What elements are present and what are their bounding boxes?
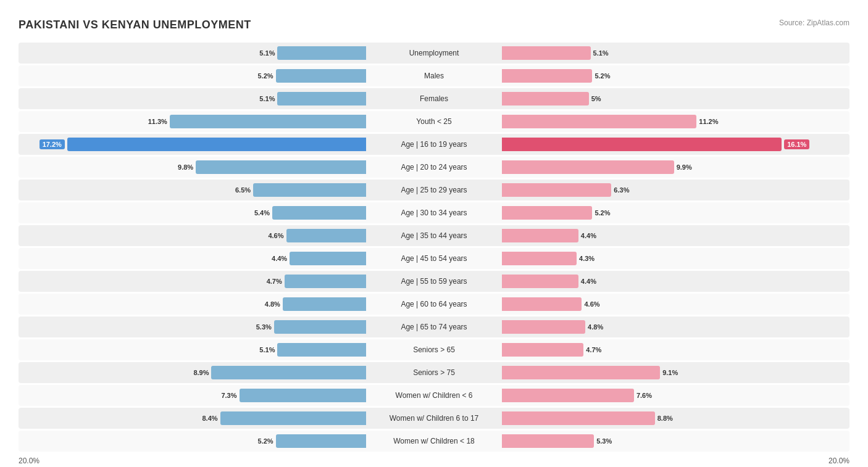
chart-container: PAKISTANI VS KENYAN UNEMPLOYMENT Source:… [19,12,849,467]
chart-row: 5.1%Unemployment5.1% [19,43,849,64]
row-label: Males [366,72,502,80]
val-right: 9.1% [662,369,678,376]
val-right: 11.2% [699,118,718,125]
val-right: 4.7% [586,346,601,353]
val-right: 6.3% [614,186,629,194]
row-label: Women w/ Children < 6 [366,391,502,400]
val-right: 5% [591,95,601,102]
chart-row: 5.1%Females5% [19,88,849,109]
left-section: 4.6% [19,225,366,246]
val-left: 4.4% [272,255,287,262]
chart-row: 5.2%Males5.2% [19,65,849,86]
val-left: 4.7% [267,278,282,285]
val-left: 5.1% [259,346,275,353]
val-left: 6.5% [235,186,251,194]
bar-right [502,92,589,105]
chart-row: 6.5%Age | 25 to 29 years6.3% [19,180,849,200]
row-label: Age | 16 to 19 years [366,140,502,149]
val-left: 9.8% [178,163,193,171]
bar-right [502,434,594,448]
chart-row: 5.3%Age | 65 to 74 years4.8% [19,316,849,337]
right-section: 8.8% [502,408,849,429]
chart-body: 5.1%Unemployment5.1%5.2%Males5.2%5.1%Fem… [19,43,849,452]
val-left: 17.2% [40,139,65,149]
val-right: 4.8% [588,323,603,331]
row-label: Women w/ Children < 18 [366,437,502,445]
left-section: 17.2% [19,134,366,155]
bar-right [502,366,660,379]
row-label: Females [366,94,502,103]
row-label: Age | 45 to 54 years [366,254,502,263]
val-left: 8.9% [193,369,209,376]
row-label: Women w/ Children 6 to 17 [366,414,502,423]
left-section: 5.1% [19,339,366,360]
bar-right [502,275,578,288]
chart-source: Source: ZipAtlas.com [779,19,849,27]
val-left: 7.3% [221,392,236,399]
chart-title: PAKISTANI VS KENYAN UNEMPLOYMENT [19,19,251,31]
val-right: 5.2% [595,209,610,217]
chart-header: PAKISTANI VS KENYAN UNEMPLOYMENT Source:… [19,19,849,31]
right-section: 4.4% [502,271,849,292]
left-section: 4.8% [19,294,366,315]
bar-left [274,320,366,334]
row-label: Age | 65 to 74 years [366,323,502,331]
bar-left [240,389,366,402]
bar-right [502,69,592,83]
left-section: 5.4% [19,202,366,223]
left-section: 4.7% [19,271,366,292]
bar-left [272,206,366,220]
bar-left [220,411,366,425]
bar-left [253,183,366,197]
axis-row: 20.0% 20.0% [19,457,849,465]
val-right: 4.4% [581,278,596,285]
val-right: 9.9% [677,163,692,171]
bar-right [502,229,578,242]
val-left: 5.3% [256,323,272,331]
bar-left [277,46,366,60]
row-label: Age | 25 to 29 years [366,186,502,194]
row-label: Age | 35 to 44 years [366,231,502,240]
right-section: 4.8% [502,316,849,337]
chart-row: 5.4%Age | 30 to 34 years5.2% [19,202,849,223]
row-label: Age | 30 to 34 years [366,209,502,217]
chart-row: 4.6%Age | 35 to 44 years4.4% [19,225,849,246]
left-section: 5.3% [19,316,366,337]
bar-right [502,320,585,334]
row-label: Youth < 25 [366,117,502,126]
val-right: 7.6% [636,392,652,399]
val-right: 8.8% [657,415,673,422]
val-left: 4.8% [265,300,280,308]
bar-left [277,343,366,357]
val-left: 8.4% [202,415,217,422]
val-left: 5.1% [259,49,275,57]
chart-row: 4.8%Age | 60 to 64 years4.6% [19,294,849,315]
bar-right [502,206,592,220]
bar-left [67,138,366,151]
bar-left [170,115,366,128]
chart-row: 11.3%Youth < 2511.2% [19,111,849,132]
bar-left [211,366,366,379]
bar-left [277,92,366,105]
left-section: 4.4% [19,248,366,269]
right-section: 4.4% [502,225,849,246]
row-label: Seniors > 65 [366,345,502,354]
val-left: 5.4% [254,209,270,217]
bar-left [286,229,366,242]
right-section: 5.1% [502,43,849,64]
bar-left [290,252,366,265]
chart-row: 9.8%Age | 20 to 24 years9.9% [19,157,849,178]
bar-left [276,434,366,448]
val-right: 4.4% [581,232,596,239]
left-section: 8.4% [19,408,366,429]
chart-row: 4.7%Age | 55 to 59 years4.4% [19,271,849,292]
right-section: 7.6% [502,385,849,406]
val-right: 5.1% [593,49,609,57]
row-label: Age | 60 to 64 years [366,300,502,308]
left-section: 9.8% [19,157,366,178]
val-right: 4.6% [584,300,599,308]
chart-row: 5.1%Seniors > 654.7% [19,339,849,360]
bar-left [285,275,366,288]
bar-right [502,297,582,311]
chart-row: 4.4%Age | 45 to 54 years4.3% [19,248,849,269]
